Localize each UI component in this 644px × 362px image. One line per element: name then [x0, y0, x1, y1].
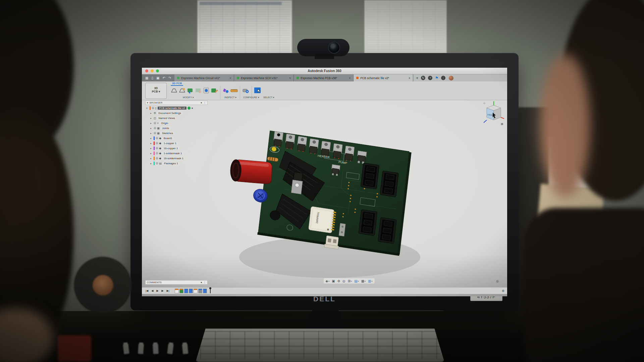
undo-icon[interactable]: ↶ — [162, 76, 165, 80]
pcb-pull-icon[interactable] — [194, 86, 202, 95]
home-icon[interactable]: ⌂ — [483, 101, 485, 105]
tab-espresso-pcb[interactable]: Espresso Machine PCB v38* × — [294, 74, 354, 81]
visibility-icon[interactable]: ⊙ — [156, 162, 158, 165]
extrude-board-icon[interactable] — [170, 86, 178, 95]
panel-menu-icon[interactable]: ⋮ — [204, 101, 206, 104]
timeline-marker[interactable] — [210, 288, 211, 293]
timeline-play-button[interactable]: ▶ — [155, 289, 159, 292]
collapse-icon[interactable]: ▾ — [147, 101, 148, 104]
ruler-icon[interactable] — [230, 86, 238, 95]
more-icon[interactable]: ⋮ — [441, 76, 445, 80]
redo-icon[interactable]: ↷ — [168, 76, 171, 80]
edit-board-icon[interactable] — [210, 86, 218, 95]
visibility-icon[interactable]: ⊙ — [156, 147, 158, 150]
select-group-label[interactable]: SELECT ▾ — [263, 96, 274, 99]
tab-pcb-schematic[interactable]: PCB schematic file v2* × — [354, 74, 413, 81]
tree-item-sketches[interactable]: ▸ ⊙ ▦ Sketches — [149, 131, 208, 136]
expand-arrow[interactable]: ▸ — [149, 127, 153, 130]
expand-arrow[interactable]: ▸ — [149, 112, 153, 115]
zoom-icon[interactable]: ◎ — [342, 279, 345, 283]
press-pull-icon[interactable] — [178, 86, 186, 95]
close-tab-icon[interactable]: × — [289, 76, 291, 80]
tree-item-named-views[interactable]: ▸ ◫ Named Views — [149, 116, 208, 121]
inspect-group-label[interactable]: INSPECT ▾ — [224, 96, 236, 99]
visibility-icon[interactable]: ⊙ — [156, 157, 158, 160]
close-tab-icon[interactable]: × — [349, 76, 351, 80]
viewcube-menu-icon[interactable]: ▦ — [501, 122, 503, 125]
tree-item-copper-bottom[interactable]: ▸ ⊙ ◆ 16-copper 1 — [149, 146, 208, 151]
configure-icon[interactable] — [242, 86, 250, 95]
save-icon[interactable]: ▣ — [156, 76, 159, 80]
expand-arrow[interactable]: ▸ — [149, 122, 153, 125]
expand-arrow[interactable]: ▸ — [149, 137, 153, 140]
timeline-feature-mask[interactable] — [198, 289, 202, 293]
expand-arrow[interactable]: ▸ — [149, 157, 153, 160]
comments-panel[interactable]: COMMENTS ● ⋮ — [145, 280, 208, 285]
timeline-next-button[interactable]: ▶ — [161, 289, 165, 292]
display-settings-icon[interactable]: ▤▾ — [354, 279, 359, 283]
visibility-icon[interactable]: ⊙ — [154, 132, 156, 135]
browser-header[interactable]: ▾ BROWSER ● ⋮ — [145, 101, 208, 105]
bulb-icon[interactable]: ◎ — [496, 280, 499, 283]
tree-item-soldermask-bottom[interactable]: ▸ ⊙ ◆ 16-soldermask 1 — [149, 156, 208, 161]
help-icon[interactable]: ? — [428, 76, 432, 80]
viewports-icon[interactable]: ▥▾ — [368, 279, 372, 283]
gear-icon[interactable]: ⚙ — [502, 289, 504, 293]
data-panel-icon[interactable]: ▦ — [145, 76, 148, 80]
visibility-icon[interactable]: ⊙ — [156, 137, 158, 140]
timeline-feature-config[interactable] — [194, 289, 198, 293]
tree-item-copper-top[interactable]: ▸ ⊙ ◆ 1-copper 1 — [149, 141, 208, 146]
visibility-icon[interactable]: ⊙ — [156, 142, 158, 145]
comments-menu-icon[interactable]: ⋮ — [204, 281, 206, 284]
component-box-icon[interactable] — [202, 86, 210, 95]
timeline-back-button[interactable]: ◀ — [150, 289, 154, 292]
look-at-icon[interactable]: ▣ — [332, 279, 335, 283]
tree-item-soldermask-top[interactable]: ▸ ⊙ ◆ 1-soldermask 1 — [149, 151, 208, 156]
measure-icon[interactable] — [222, 86, 230, 95]
timeline-feature-sketch[interactable] — [175, 289, 179, 293]
timeline-feature-packages[interactable] — [203, 289, 207, 293]
tree-item-origin[interactable]: ▸ ⊙ ⌖ Origin — [149, 121, 208, 126]
select-icon[interactable] — [254, 86, 262, 95]
modify-group-label[interactable]: MODIFY ▾ — [183, 96, 194, 99]
filter-icon[interactable]: ● — [201, 101, 202, 104]
orbit-icon[interactable]: ◈▾ — [325, 279, 329, 283]
expand-arrow[interactable]: ▸ — [149, 142, 153, 145]
viewcube[interactable]: ⌂ FRONT ▦ — [483, 100, 505, 125]
pan-icon[interactable]: ⊕ — [337, 279, 340, 283]
expand-arrow[interactable]: ▸ — [149, 162, 153, 165]
tree-item-board[interactable]: ▸ ⊙ ◆ Board1 — [149, 136, 208, 141]
new-tab-button[interactable]: + — [416, 76, 418, 80]
timeline-start-button[interactable]: |◀ — [145, 289, 149, 292]
timeline-feature-copper2[interactable] — [189, 289, 193, 293]
tab-espresso-circuit[interactable]: Espresso Machine Circuit v41* × — [174, 74, 234, 81]
timeline-feature-board[interactable] — [179, 289, 183, 293]
file-menu-icon[interactable]: ▯ — [151, 76, 153, 80]
configure-group-label[interactable]: CONFIGURE ▾ — [243, 96, 259, 99]
fit-icon[interactable]: ⊞▾ — [348, 279, 352, 283]
visibility-icon[interactable]: ⊙ — [156, 152, 158, 155]
expand-arrow[interactable]: ▸ — [149, 117, 153, 120]
layout-grid-icon[interactable]: ▦▾ — [361, 279, 366, 283]
avatar[interactable] — [449, 76, 453, 80]
close-tab-icon[interactable]: × — [409, 76, 410, 80]
tab-espresso-sch[interactable]: Espresso Machine SCH v31* × — [234, 74, 294, 81]
pcb-board[interactable]: TRINAMIC H — [222, 125, 412, 258]
expand-arrow[interactable]: ▾ — [145, 107, 149, 110]
pcb-push-icon[interactable] — [186, 86, 194, 95]
tree-item-document-settings[interactable]: ▸ ⚙ Document Settings — [149, 111, 208, 116]
expand-arrow[interactable]: ▸ — [149, 132, 153, 135]
notifications-icon[interactable]: ⚑ — [435, 76, 438, 80]
timeline-feature-copper[interactable] — [184, 289, 188, 293]
visibility-icon[interactable]: ⊙ — [154, 122, 156, 125]
visibility-icon[interactable]: ⊙ — [154, 127, 156, 130]
tree-item-joints[interactable]: ▸ ⊙ ▦ Joints — [149, 126, 208, 131]
expand-arrow[interactable]: ▸ — [149, 152, 153, 155]
timeline-end-button[interactable]: ▶| — [166, 289, 170, 292]
expand-arrow[interactable]: ▸ — [149, 147, 153, 150]
context-tab-3d-pcb[interactable]: 3D PCB — [171, 82, 183, 86]
tree-item-packages[interactable]: ▸ ⊙ ▤ Packages 1 — [149, 161, 208, 166]
visibility-icon[interactable]: ⊙ — [152, 107, 154, 110]
workspace-button[interactable]: 3D PCB ▾ — [145, 83, 167, 99]
tree-root-item[interactable]: ▾ ⊙ ▯ PCB schematic file v2 ● — [145, 106, 208, 111]
